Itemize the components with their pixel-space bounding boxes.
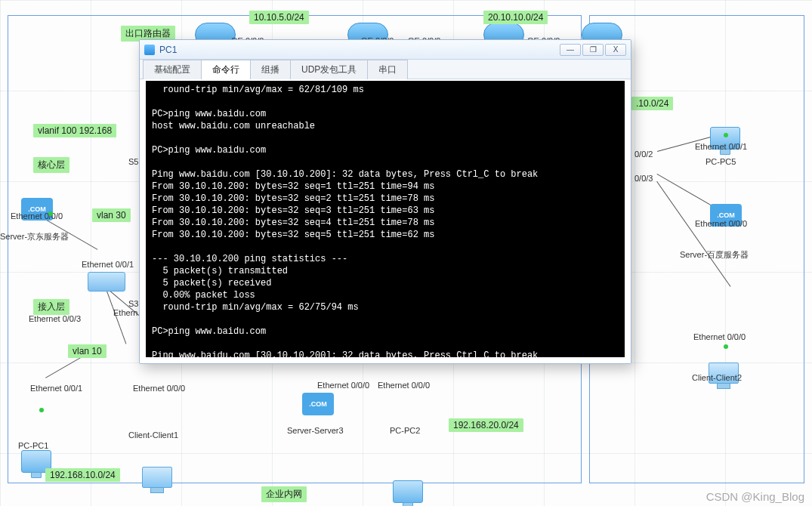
port-label: Ethernet 0/0/0 <box>693 332 746 341</box>
tab-cli[interactable]: 命令行 <box>201 60 251 79</box>
terminal-output[interactable]: round-trip min/avg/max = 62/81/109 ms PC… <box>140 79 631 363</box>
pc1-window[interactable]: PC1 — ❐ X 基础配置 命令行 组播 UDP发包工具 串口 round-t… <box>139 39 631 364</box>
app-icon <box>144 45 155 55</box>
tab-udp-tool[interactable]: UDP发包工具 <box>290 60 368 79</box>
subnet-tag: 192.168.20.0/24 <box>449 418 523 432</box>
device-label: S3 <box>128 299 138 308</box>
access-layer-tag: 接入层 <box>33 299 69 315</box>
device-label: Server-Server3 <box>287 426 344 435</box>
port-label: Ethernet 0/0/0 <box>317 381 369 390</box>
restore-button[interactable]: ❐ <box>582 44 604 56</box>
subnet-tag: 10.10.5.0/24 <box>249 11 309 24</box>
port-label: Ethernet 0/0/1 <box>82 260 134 269</box>
device-label: Server-京东服务器 <box>0 231 69 242</box>
port-label: 0/0/3 <box>634 174 653 183</box>
titlebar[interactable]: PC1 — ❐ X <box>140 40 631 60</box>
vlan-tag: vlan 10 <box>68 344 107 358</box>
link-endpoint <box>724 344 728 349</box>
port-label: Ethernet 0/0/0 <box>378 381 430 390</box>
port-label: 0/0/2 <box>634 150 653 159</box>
port-label: Ethernet 0/0/3 <box>29 314 81 323</box>
device-label: PC-PC1 <box>18 441 48 450</box>
device-label: Server-百度服务器 <box>680 249 749 261</box>
vlanif-tag: vlanif 100 192.168 <box>33 124 116 137</box>
port-label: Ethernet 0/0/0 <box>11 211 63 221</box>
port-label: Ethernet 0/0/1 <box>30 384 82 393</box>
port-label: Ethernet 0/0/0 <box>133 384 185 393</box>
enterprise-tag: 企业内网 <box>261 486 307 502</box>
window-title: PC1 <box>159 45 177 55</box>
device-label: PC-PC2 <box>390 426 420 435</box>
device-label: Client-Client1 <box>128 430 178 440</box>
device-label: PC-PC5 <box>705 157 736 166</box>
port-label: Ethernet 0/0/1 <box>695 142 747 151</box>
vlan-tag: vlan 30 <box>92 208 131 222</box>
subnet-tag: .10.0/24 <box>631 97 673 110</box>
tab-bar: 基础配置 命令行 组播 UDP发包工具 串口 <box>140 60 631 79</box>
port-label: Ethernet 0/0/0 <box>695 219 747 228</box>
link-endpoint <box>39 408 44 412</box>
minimize-button[interactable]: — <box>560 44 581 56</box>
subnet-tag: 192.168.10.0/24 <box>45 468 120 482</box>
tab-basic-config[interactable]: 基础配置 <box>143 60 202 79</box>
port-label: Ethern <box>113 308 137 317</box>
link-endpoint <box>48 211 53 216</box>
switch-icon[interactable] <box>88 272 125 292</box>
watermark: CSDN @King_Blog <box>706 490 804 503</box>
pc-icon[interactable] <box>393 480 423 503</box>
close-button[interactable]: X <box>605 44 626 56</box>
device-label: Client-Client2 <box>692 373 742 382</box>
device-label: S5 <box>128 157 138 166</box>
server-icon[interactable]: .COM <box>302 393 334 415</box>
client-icon[interactable] <box>142 467 172 488</box>
tab-multicast[interactable]: 组播 <box>250 60 291 79</box>
core-layer-tag: 核心层 <box>33 157 69 173</box>
tab-serial[interactable]: 串口 <box>367 60 408 79</box>
link-endpoint <box>724 133 728 137</box>
subnet-tag: 20.10.10.0/24 <box>483 11 548 24</box>
